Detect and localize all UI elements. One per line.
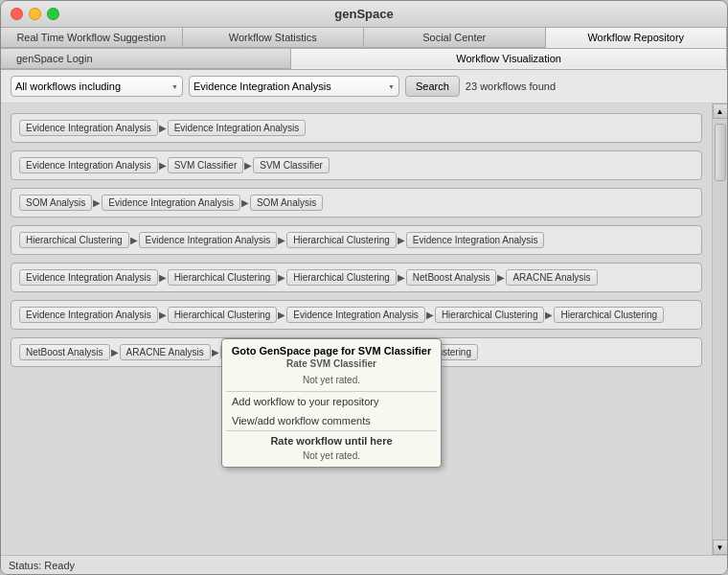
node-6-3[interactable]: Evidence Integration Analysis bbox=[286, 307, 425, 323]
traffic-lights bbox=[11, 8, 59, 20]
arrow-1-1: ▶ bbox=[159, 123, 167, 133]
tooltip-overlay: Goto GenSpace page for SVM Classifier Ra… bbox=[221, 338, 442, 468]
tab-workflow-visualization[interactable]: Workflow Visualization bbox=[291, 49, 727, 69]
arrow-3-2: ▶ bbox=[241, 197, 249, 208]
workflow-row-1-inner: Evidence Integration Analysis ▶ Evidence… bbox=[19, 120, 306, 136]
toolbar: All workflows including Evidence Integra… bbox=[1, 70, 727, 104]
workflow-row-6[interactable]: Evidence Integration Analysis ▶ Hierarch… bbox=[11, 300, 702, 330]
workflow-row-4[interactable]: Hierarchical Clustering ▶ Evidence Integ… bbox=[11, 225, 702, 255]
search-term-wrapper: Evidence Integration Analysis bbox=[189, 76, 399, 97]
filter-select[interactable]: All workflows including bbox=[11, 76, 183, 97]
workflow-row-5[interactable]: Evidence Integration Analysis ▶ Hierarch… bbox=[11, 263, 702, 292]
window-title: genSpace bbox=[334, 7, 393, 21]
tab-social-center[interactable]: Social Center bbox=[364, 28, 546, 48]
node-5-2[interactable]: Hierarchical Clustering bbox=[168, 269, 278, 286]
scrollbar: ▲ ▼ bbox=[712, 104, 727, 555]
node-5-5[interactable]: ARACNE Analysis bbox=[506, 269, 597, 286]
node-4-4[interactable]: Evidence Integration Analysis bbox=[406, 232, 545, 248]
node-6-1[interactable]: Evidence Integration Analysis bbox=[19, 307, 158, 323]
close-button[interactable] bbox=[11, 8, 23, 20]
arrow-4-1: ▶ bbox=[130, 235, 138, 245]
filter-wrapper: All workflows including bbox=[11, 76, 183, 97]
scroll-thumb[interactable] bbox=[715, 124, 726, 181]
arrow-6-1: ▶ bbox=[159, 310, 167, 320]
search-term-select[interactable]: Evidence Integration Analysis bbox=[189, 76, 399, 97]
content-area: Evidence Integration Analysis ▶ Evidence… bbox=[1, 104, 712, 555]
search-button[interactable]: Search bbox=[405, 76, 460, 97]
scroll-track bbox=[714, 119, 727, 540]
arrow-2-2: ▶ bbox=[244, 160, 252, 171]
node-4-1[interactable]: Hierarchical Clustering bbox=[19, 232, 129, 248]
tooltip-rate-until: Rate workflow until here bbox=[222, 431, 441, 450]
node-1-1[interactable]: Evidence Integration Analysis bbox=[19, 120, 158, 136]
arrow-5-1: ▶ bbox=[159, 272, 167, 283]
arrow-5-3: ▶ bbox=[398, 272, 405, 283]
tooltip-title: Goto GenSpace page for SVM Classifier bbox=[222, 339, 441, 358]
node-5-3[interactable]: Hierarchical Clustering bbox=[286, 269, 397, 286]
tab-workflow-repository[interactable]: Workflow Repository bbox=[546, 28, 728, 48]
workflow-row-4-inner: Hierarchical Clustering ▶ Evidence Integ… bbox=[19, 232, 544, 248]
workflow-row-2-inner: Evidence Integration Analysis ▶ SVM Clas… bbox=[19, 157, 330, 173]
arrow-6-2: ▶ bbox=[278, 310, 285, 320]
main-window: genSpace Real Time Workflow Suggestion W… bbox=[0, 0, 728, 575]
tab-row-1: Real Time Workflow Suggestion Workflow S… bbox=[1, 28, 727, 49]
arrow-6-3: ▶ bbox=[426, 310, 434, 320]
node-2-3[interactable]: SVM Classifier bbox=[253, 157, 330, 173]
node-5-1[interactable]: Evidence Integration Analysis bbox=[19, 269, 158, 286]
workflow-row-3[interactable]: SOM Analysis ▶ Evidence Integration Anal… bbox=[11, 188, 702, 218]
node-6-5[interactable]: Hierarchical Clustering bbox=[554, 307, 664, 323]
arrow-3-1: ▶ bbox=[93, 197, 101, 208]
workflow-row-5-inner: Evidence Integration Analysis ▶ Hierarch… bbox=[19, 269, 598, 286]
main-area: Evidence Integration Analysis ▶ Evidence… bbox=[1, 104, 727, 555]
minimize-button[interactable] bbox=[29, 8, 41, 20]
node-3-3[interactable]: SOM Analysis bbox=[250, 195, 323, 211]
workflow-row-2[interactable]: Evidence Integration Analysis ▶ SVM Clas… bbox=[11, 150, 702, 180]
tooltip-rate-label: Rate SVM Classifier bbox=[222, 358, 441, 375]
tab-workflow-statistics[interactable]: Workflow Statistics bbox=[183, 28, 365, 48]
status-bar: Status: Ready bbox=[1, 555, 727, 574]
arrow-4-3: ▶ bbox=[398, 235, 405, 245]
arrow-5-2: ▶ bbox=[278, 272, 285, 283]
arrow-6-4: ▶ bbox=[545, 310, 553, 320]
node-6-4[interactable]: Hierarchical Clustering bbox=[435, 307, 545, 323]
workflow-row-1[interactable]: Evidence Integration Analysis ▶ Evidence… bbox=[11, 113, 702, 143]
scroll-down[interactable]: ▼ bbox=[713, 540, 728, 555]
node-3-1[interactable]: SOM Analysis bbox=[19, 195, 92, 211]
node-3-2[interactable]: Evidence Integration Analysis bbox=[102, 195, 240, 211]
node-2-2[interactable]: SVM Classifier bbox=[168, 157, 244, 173]
scroll-up[interactable]: ▲ bbox=[713, 104, 728, 119]
results-count: 23 workflows found bbox=[466, 80, 556, 92]
node-2-1[interactable]: Evidence Integration Analysis bbox=[19, 157, 158, 173]
workflow-row-3-inner: SOM Analysis ▶ Evidence Integration Anal… bbox=[19, 195, 323, 211]
tab-row-2: genSpace Login Workflow Visualization bbox=[1, 49, 727, 70]
arrow-7-1: ▶ bbox=[111, 347, 119, 357]
tooltip-not-rated: Not yet rated. bbox=[222, 375, 441, 391]
node-7-1[interactable]: NetBoost Analysis bbox=[19, 344, 110, 360]
tab-real-time-workflow[interactable]: Real Time Workflow Suggestion bbox=[1, 28, 183, 48]
node-7-2[interactable]: ARACNE Analysis bbox=[120, 344, 211, 360]
node-4-2[interactable]: Evidence Integration Analysis bbox=[139, 232, 278, 248]
node-6-2[interactable]: Hierarchical Clustering bbox=[168, 307, 278, 323]
tooltip-view-comments[interactable]: View/add workflow comments bbox=[222, 411, 441, 430]
node-1-2[interactable]: Evidence Integration Analysis bbox=[168, 120, 307, 136]
workflow-row-6-inner: Evidence Integration Analysis ▶ Hierarch… bbox=[19, 307, 664, 323]
status-text: Status: Ready bbox=[9, 560, 75, 571]
title-bar: genSpace bbox=[1, 1, 727, 28]
arrow-2-1: ▶ bbox=[159, 160, 167, 171]
arrow-7-2: ▶ bbox=[212, 347, 219, 357]
arrow-5-4: ▶ bbox=[497, 272, 505, 283]
node-5-4[interactable]: NetBoost Analysis bbox=[406, 269, 497, 286]
maximize-button[interactable] bbox=[47, 8, 59, 20]
tooltip-add-workflow[interactable]: Add workflow to your repository bbox=[222, 392, 441, 411]
tab-genspace-login[interactable]: genSpace Login bbox=[1, 49, 291, 69]
tooltip-not-rated-2: Not yet rated. bbox=[222, 450, 441, 467]
arrow-4-2: ▶ bbox=[278, 235, 285, 245]
node-4-3[interactable]: Hierarchical Clustering bbox=[286, 232, 397, 248]
